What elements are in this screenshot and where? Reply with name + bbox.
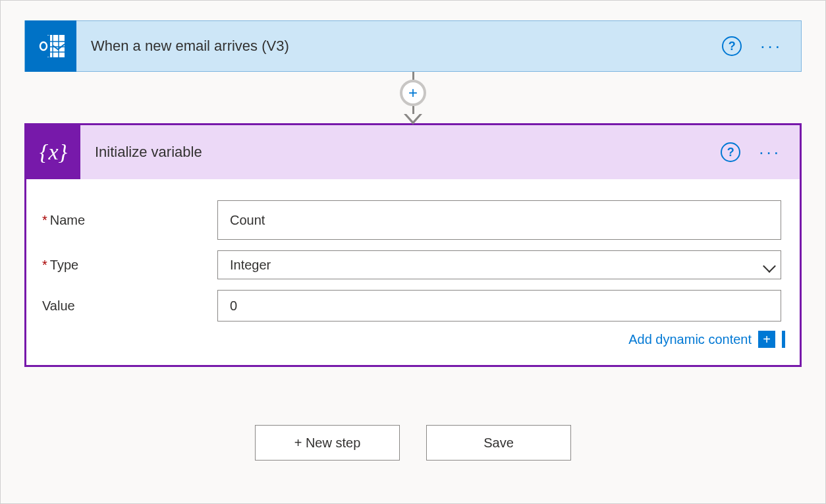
- help-icon[interactable]: ?: [722, 36, 742, 56]
- connector-line: [412, 106, 414, 114]
- trigger-card[interactable]: When a new email arrives (V3) ? ···: [24, 20, 802, 72]
- footer-buttons: + New step Save: [24, 425, 802, 461]
- field-label-type: *Type: [42, 258, 217, 273]
- more-menu-icon[interactable]: ···: [759, 144, 781, 161]
- dynamic-content-row: Add dynamic content +: [26, 327, 800, 348]
- help-glyph: ?: [729, 40, 736, 53]
- required-indicator: *: [42, 258, 47, 273]
- action-card-initialize-variable: {x} Initialize variable ? ··· *Name *Typ…: [24, 123, 802, 367]
- insert-step-button[interactable]: +: [400, 80, 426, 106]
- plus-glyph: +: [408, 85, 418, 101]
- action-title: Initialize variable: [80, 144, 721, 161]
- plus-glyph: +: [763, 333, 771, 346]
- more-menu-icon[interactable]: ···: [760, 38, 783, 55]
- variable-glyph: {x}: [40, 140, 67, 165]
- variable-icon: {x}: [26, 125, 80, 179]
- value-input[interactable]: [217, 290, 781, 322]
- action-header[interactable]: {x} Initialize variable ? ···: [26, 125, 800, 179]
- plus-square-icon[interactable]: +: [758, 331, 775, 348]
- label-text: Value: [42, 298, 75, 314]
- required-indicator: *: [42, 213, 47, 228]
- type-selected-value: Integer: [230, 258, 766, 273]
- name-input[interactable]: [217, 200, 781, 240]
- flow-column: When a new email arrives (V3) ? ··· + {x…: [24, 20, 802, 461]
- connector-line: [412, 72, 414, 80]
- trigger-title: When a new email arrives (V3): [76, 38, 722, 55]
- svg-marker-6: [37, 35, 50, 57]
- action-actions: ? ···: [721, 142, 800, 162]
- add-dynamic-content-link[interactable]: Add dynamic content: [628, 332, 752, 347]
- field-label-name: *Name: [42, 213, 217, 228]
- trigger-actions: ? ···: [722, 36, 801, 56]
- help-icon[interactable]: ?: [721, 142, 740, 162]
- new-step-label: + New step: [294, 435, 361, 451]
- arrow-down-icon-inner: [406, 114, 420, 121]
- field-row-value: Value: [26, 285, 800, 327]
- help-glyph: ?: [727, 146, 734, 159]
- action-body: *Name *Type Integer Value Add dynamic co…: [26, 179, 800, 365]
- new-step-button[interactable]: + New step: [255, 425, 400, 461]
- label-text: Name: [50, 213, 85, 228]
- save-label: Save: [483, 435, 514, 451]
- type-select[interactable]: Integer: [217, 250, 781, 279]
- designer-canvas: When a new email arrives (V3) ? ··· + {x…: [0, 0, 826, 504]
- field-row-name: *Name: [26, 195, 800, 245]
- field-row-type: *Type Integer: [26, 245, 800, 285]
- outlook-icon: [25, 20, 76, 72]
- field-label-value: Value: [42, 298, 217, 314]
- save-button[interactable]: Save: [426, 425, 571, 461]
- connector: +: [24, 72, 802, 123]
- label-text: Type: [50, 258, 78, 273]
- dynamic-content-handle[interactable]: [782, 331, 785, 348]
